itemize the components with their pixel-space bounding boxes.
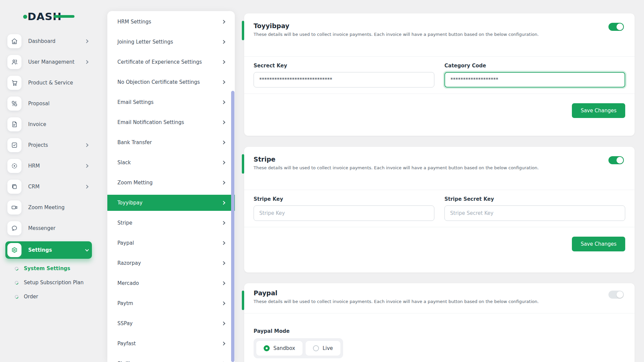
settings-menu-item-joining-letter-settings[interactable]: Joining Letter Settings: [107, 34, 235, 50]
radio-selected-icon[interactable]: [264, 345, 270, 351]
chevron-right-icon: [221, 321, 225, 325]
save-changes-button[interactable]: Save Changes: [572, 103, 625, 118]
paypal-enable-toggle[interactable]: [608, 291, 624, 299]
settings-menu-item-certificate-of-experience-settings[interactable]: Certificate of Experience Settings: [107, 54, 235, 70]
mode-option-label: Sandbox: [273, 345, 295, 351]
toyyibpay-enable-toggle[interactable]: [608, 23, 624, 31]
settings-menu-item-paytm[interactable]: Paytm: [107, 295, 235, 311]
sidebar-item-user-management[interactable]: User Management: [5, 54, 92, 70]
stripe-secret-key-input[interactable]: [444, 205, 625, 221]
video-camera-icon: [7, 200, 21, 215]
sidebar-item-product-service[interactable]: Product & Service: [5, 75, 92, 90]
settings-sub-items: System Settings Setup Subscription Plan …: [0, 265, 97, 308]
settings-menu-item-toyyibpay[interactable]: Toyyibpay: [107, 195, 235, 211]
sidebar-nav: Dashboard User Management Product & Serv…: [0, 34, 97, 308]
chevron-right-icon: [221, 80, 225, 84]
category-code-input[interactable]: [444, 72, 625, 87]
toyyibpay-card: Toyyibpay These details will be used to …: [244, 13, 635, 136]
stripe-key-label: Stripe Key: [254, 196, 434, 202]
settings-menu-item-slack[interactable]: Slack: [107, 155, 235, 171]
chevron-right-icon: [221, 261, 225, 265]
sidebar-item-hrm[interactable]: HRM: [5, 158, 92, 174]
chevron-down-icon: [85, 248, 89, 251]
settings-menu-item-mercado[interactable]: Mercado: [107, 275, 235, 291]
sidebar-item-label: Messenger: [28, 225, 88, 231]
invoice-file-icon: [7, 117, 21, 131]
sidebar-item-projects[interactable]: Projects: [5, 137, 92, 153]
chevron-right-icon: [85, 185, 88, 188]
chevron-right-icon: [221, 140, 225, 144]
card-description: These details will be used to collect in…: [254, 165, 604, 170]
settings-menu-item-paypal[interactable]: Paypal: [107, 235, 235, 251]
chevron-right-icon: [85, 39, 88, 43]
stripe-card-body: Stripe Key Stripe Secret Key: [244, 190, 635, 221]
sidebar-item-label: Proposal: [28, 101, 88, 107]
settings-menu-item-zoom-metting[interactable]: Zoom Metting: [107, 175, 235, 191]
app-logo[interactable]: DASH: [23, 9, 97, 25]
stripe-enable-toggle[interactable]: [608, 156, 624, 164]
chevron-right-icon: [221, 181, 225, 184]
settings-menu-item-no-objection-certificate-settings[interactable]: No Objection Certificate Settings: [107, 74, 235, 90]
category-code-field: Category Code: [444, 63, 625, 87]
settings-menu-item-skrill[interactable]: Skrill: [107, 356, 235, 362]
stripe-card-footer: Save Changes: [244, 227, 635, 261]
secret-key-input[interactable]: [254, 72, 434, 87]
toggle-knob: [616, 291, 623, 298]
logo-green-dot: [23, 15, 27, 19]
sidebar-subitem-system-settings[interactable]: System Settings: [15, 265, 92, 272]
chevron-right-icon: [221, 201, 225, 204]
settings-menu-item-email-notification-settings[interactable]: Email Notification Settings: [107, 114, 235, 130]
sidebar-item-crm[interactable]: CRM: [5, 179, 92, 194]
sidebar-item-dashboard[interactable]: Dashboard: [5, 34, 92, 49]
toyyibpay-card-body: Secrect Key Category Code: [244, 57, 635, 87]
settings-menu-item-stripe[interactable]: Stripe: [107, 215, 235, 231]
chevron-right-icon: [221, 281, 225, 285]
sidebar-item-messenger[interactable]: Messenger: [5, 221, 92, 236]
sidebar-item-proposal[interactable]: Proposal: [5, 96, 92, 111]
chevron-right-icon: [221, 161, 225, 164]
sidebar-subitem-setup-subscription-plan[interactable]: Setup Subscription Plan: [15, 280, 92, 286]
card-title: Stripe: [254, 156, 604, 163]
radio-unselected-icon[interactable]: [313, 345, 319, 351]
toggle-knob: [616, 23, 623, 30]
card-accent-bar: [242, 21, 244, 40]
chevron-right-icon: [221, 342, 225, 345]
sidebar-item-label: Invoice: [28, 121, 88, 127]
settings-menu-item-razorpay[interactable]: Razorpay: [107, 255, 235, 271]
stripe-key-field: Stripe Key: [254, 196, 434, 221]
settings-menu-item-sspay[interactable]: SSPay: [107, 315, 235, 331]
chevron-right-icon: [221, 40, 225, 44]
settings-menu-item-bank-transfer[interactable]: Bank Transfer: [107, 134, 235, 150]
logo-green-bar: [54, 15, 74, 18]
check-square-icon: [7, 138, 21, 152]
stripe-secret-key-field: Stripe Secret Key: [444, 196, 625, 221]
paypal-mode-sandbox[interactable]: Sandbox: [256, 341, 303, 356]
sidebar-item-invoice[interactable]: Invoice: [5, 117, 92, 132]
sidebar-item-settings[interactable]: Settings: [5, 241, 92, 259]
chevron-right-icon: [221, 20, 225, 23]
card-accent-bar: [242, 154, 244, 174]
paypal-mode-live[interactable]: Live: [306, 341, 340, 356]
settings-menu-item-payfast[interactable]: Payfast: [107, 336, 235, 352]
save-changes-button[interactable]: Save Changes: [572, 237, 625, 251]
chevron-right-icon: [221, 221, 225, 225]
sidebar-item-zoom-meeting[interactable]: Zoom Meeting: [5, 200, 92, 215]
settings-menu-item-hrm-settings[interactable]: HRM Settings: [107, 14, 235, 30]
stripe-key-input[interactable]: [254, 205, 434, 221]
hrm-focus-icon: [7, 159, 21, 173]
circle-bullet-icon: [14, 280, 19, 285]
settings-menu-item-email-settings[interactable]: Email Settings: [107, 94, 235, 110]
home-icon: [7, 34, 21, 48]
sidebar-item-label: User Management: [28, 59, 85, 65]
settings-panel-scrollbar[interactable]: [231, 91, 234, 362]
paypal-card-body: Paypal Mode Sandbox Live: [244, 313, 635, 358]
secret-key-label: Secrect Key: [254, 63, 434, 69]
paypal-mode-label: Paypal Mode: [254, 328, 625, 334]
stripe-card-header: Stripe These details will be used to col…: [244, 147, 635, 190]
chevron-right-icon: [221, 301, 225, 305]
circle-bullet-icon: [14, 294, 19, 299]
toyyibpay-card-footer: Save Changes: [244, 94, 635, 127]
gear-icon: [7, 243, 21, 257]
toyyibpay-card-header: Toyyibpay These details will be used to …: [244, 13, 635, 57]
sidebar-subitem-order[interactable]: Order: [15, 294, 92, 300]
